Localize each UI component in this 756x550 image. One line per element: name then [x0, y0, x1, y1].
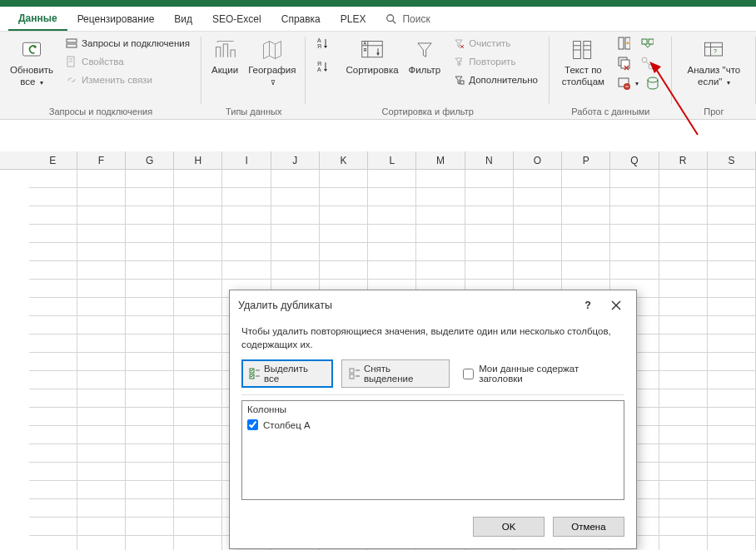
cell[interactable]: [708, 225, 756, 243]
col-header[interactable]: N: [465, 151, 514, 169]
cell[interactable]: [271, 225, 320, 243]
cell[interactable]: [174, 188, 222, 206]
cell[interactable]: [126, 334, 174, 353]
cell[interactable]: [708, 463, 756, 481]
cell[interactable]: [659, 499, 708, 518]
cell[interactable]: [126, 188, 174, 206]
cell[interactable]: [708, 536, 756, 550]
cell[interactable]: [126, 371, 174, 389]
cell[interactable]: [77, 518, 126, 536]
cell[interactable]: [126, 426, 174, 444]
sort-button[interactable]: АЯ Сортировка: [341, 33, 403, 77]
cell[interactable]: [368, 243, 416, 261]
dialog-help-button[interactable]: ?: [584, 300, 591, 311]
cell[interactable]: [77, 206, 126, 225]
select-all-button[interactable]: Выделить все: [241, 359, 333, 388]
cell[interactable]: [708, 298, 756, 316]
cell[interactable]: [659, 408, 708, 426]
queries-connections-button[interactable]: Запросы и подключения: [62, 35, 193, 52]
cell[interactable]: [126, 243, 174, 261]
cell[interactable]: [610, 261, 659, 280]
cell[interactable]: [174, 536, 222, 550]
cell[interactable]: [514, 261, 562, 280]
cell[interactable]: [222, 170, 271, 188]
cell[interactable]: [222, 225, 271, 243]
cell[interactable]: [77, 499, 126, 518]
cell[interactable]: [174, 170, 222, 188]
cell[interactable]: [708, 499, 756, 518]
cell[interactable]: [29, 334, 77, 353]
refresh-all-button[interactable]: Обновить все ▾: [5, 33, 58, 88]
cell[interactable]: [77, 298, 126, 316]
cell[interactable]: [562, 206, 610, 225]
data-validation-button[interactable]: ▾: [615, 75, 640, 92]
cell[interactable]: [174, 518, 222, 536]
cell[interactable]: [610, 243, 659, 261]
cell[interactable]: [29, 280, 77, 298]
cell[interactable]: [29, 426, 77, 444]
cell[interactable]: [271, 188, 320, 206]
cell[interactable]: [126, 353, 174, 371]
cell[interactable]: [465, 261, 514, 280]
cell[interactable]: [708, 444, 756, 463]
cell[interactable]: [29, 298, 77, 316]
cell[interactable]: [222, 206, 271, 225]
cell[interactable]: [465, 188, 514, 206]
cell[interactable]: [659, 261, 708, 280]
sort-asc-button[interactable]: АЯ: [314, 35, 337, 52]
cell[interactable]: [77, 353, 126, 371]
cell[interactable]: [77, 170, 126, 188]
col-header[interactable]: R: [659, 151, 708, 169]
cell[interactable]: [416, 243, 465, 261]
cell[interactable]: [465, 225, 514, 243]
cell[interactable]: [77, 316, 126, 334]
cell[interactable]: [368, 206, 416, 225]
cell[interactable]: [562, 225, 610, 243]
tab-seo-excel[interactable]: SEO-Excel: [202, 8, 271, 30]
cell[interactable]: [708, 188, 756, 206]
cell[interactable]: [368, 261, 416, 280]
sort-desc-button[interactable]: ЯА: [314, 58, 337, 75]
cell[interactable]: [174, 371, 222, 389]
cell[interactable]: [659, 463, 708, 481]
cell[interactable]: [29, 536, 77, 550]
col-header[interactable]: E: [29, 151, 77, 169]
cell[interactable]: [126, 518, 174, 536]
cell[interactable]: [465, 206, 514, 225]
edit-links-button[interactable]: Изменить связи: [62, 72, 193, 88]
cell[interactable]: [659, 206, 708, 225]
cell[interactable]: [708, 389, 756, 408]
cell[interactable]: [659, 389, 708, 408]
cell[interactable]: [174, 261, 222, 280]
relationships-button[interactable]: [639, 55, 659, 72]
cell[interactable]: [77, 334, 126, 353]
cell[interactable]: [659, 280, 708, 298]
cell[interactable]: [659, 353, 708, 371]
geography-button[interactable]: География ⊽: [243, 33, 301, 88]
cell[interactable]: [77, 444, 126, 463]
cell[interactable]: [29, 261, 77, 280]
cell[interactable]: [465, 243, 514, 261]
cell[interactable]: [174, 206, 222, 225]
cell[interactable]: [77, 261, 126, 280]
cell[interactable]: [562, 261, 610, 280]
cell[interactable]: [271, 261, 320, 280]
cell[interactable]: [610, 188, 659, 206]
cell[interactable]: [320, 170, 368, 188]
column-item[interactable]: Столбец A: [247, 418, 619, 432]
remove-duplicates-button[interactable]: [615, 55, 635, 72]
whatif-button[interactable]: ? Анализ "что если" ▾: [677, 33, 751, 88]
cell[interactable]: [708, 280, 756, 298]
text-to-columns-button[interactable]: Текст по столбцам: [555, 33, 612, 88]
cell[interactable]: [514, 206, 562, 225]
cell[interactable]: [562, 188, 610, 206]
cell[interactable]: [708, 261, 756, 280]
cell[interactable]: [659, 225, 708, 243]
cell[interactable]: [659, 316, 708, 334]
cell[interactable]: [320, 243, 368, 261]
cell[interactable]: [320, 206, 368, 225]
tab-help[interactable]: Справка: [271, 8, 331, 30]
cell[interactable]: [174, 225, 222, 243]
cell[interactable]: [126, 298, 174, 316]
clear-filter-button[interactable]: Очистить: [449, 35, 541, 52]
